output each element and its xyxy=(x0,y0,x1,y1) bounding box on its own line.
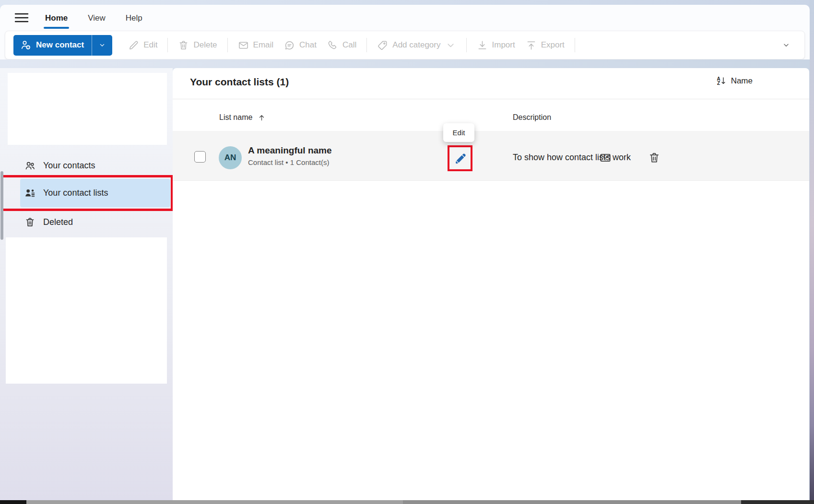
tab-home[interactable]: Home xyxy=(44,10,69,29)
column-label: List name xyxy=(219,113,252,122)
contact-list-row[interactable]: AN A meaningful name Contact list • 1 Co… xyxy=(173,131,809,181)
table-header-row: List name Description xyxy=(173,110,809,131)
command-toolbar: New contact Edit Delete xyxy=(5,31,805,59)
row-edit-button[interactable] xyxy=(454,152,467,165)
trash-icon xyxy=(178,40,189,51)
desktop-wallpaper-strip xyxy=(810,0,814,500)
avatar: AN xyxy=(219,146,242,169)
people-list-icon xyxy=(24,188,35,199)
delete-label: Delete xyxy=(193,40,217,50)
list-name: A meaningful name xyxy=(248,145,332,156)
tag-icon xyxy=(377,40,388,51)
chevron-down-icon xyxy=(782,41,790,49)
tooltip-label: Edit xyxy=(453,129,465,137)
nav-placeholder-panel-top xyxy=(8,73,167,145)
navigation-pane: Your contacts Your contact lists xyxy=(0,68,173,500)
chevron-down-icon xyxy=(98,41,106,49)
sidebar-item-label: Deleted xyxy=(43,217,73,227)
phone-icon xyxy=(327,40,338,51)
chat-button[interactable]: Chat xyxy=(279,35,322,56)
sort-az-icon: AZ xyxy=(717,76,725,86)
arrow-download-icon xyxy=(477,40,488,51)
sidebar-item-your-contacts[interactable]: Your contacts xyxy=(20,155,170,176)
sort-by-name-button[interactable]: AZ Name xyxy=(717,76,753,86)
chat-label: Chat xyxy=(299,40,317,50)
pencil-filled-icon xyxy=(454,152,467,165)
sort-ascending-arrow-icon xyxy=(258,114,265,121)
hamburger-icon[interactable] xyxy=(15,12,29,23)
taskbar-segment xyxy=(0,500,26,504)
nav-placeholder-panel-bottom xyxy=(6,237,167,384)
toolbar-divider xyxy=(366,38,367,52)
sidebar-item-deleted[interactable]: Deleted xyxy=(20,212,170,232)
people-icon xyxy=(24,160,35,171)
tab-help[interactable]: Help xyxy=(124,10,144,29)
trash-icon xyxy=(24,217,35,228)
new-contact-split-button: New contact xyxy=(13,35,112,56)
row-delete-button[interactable] xyxy=(648,152,661,164)
edit-button[interactable]: Edit xyxy=(123,35,163,56)
taskbar-strip xyxy=(0,500,814,504)
tab-view[interactable]: View xyxy=(86,10,107,29)
call-label: Call xyxy=(342,40,356,50)
toolbar-divider xyxy=(167,38,168,52)
contact-lists-panel: Your contact lists (1) AZ Name List name xyxy=(173,68,809,500)
toolbar-divider xyxy=(227,38,228,52)
edit-label: Edit xyxy=(143,40,157,50)
tab-view-label: View xyxy=(88,13,106,23)
active-tab-underline xyxy=(44,27,69,29)
import-button[interactable]: Import xyxy=(472,35,520,56)
tab-help-label: Help xyxy=(126,13,142,23)
list-meta: Contact list • 1 Contact(s) xyxy=(248,158,329,166)
sidebar-item-your-contact-lists[interactable]: Your contact lists xyxy=(20,179,170,207)
sidebar-item-label: Your contact lists xyxy=(43,188,108,198)
content-area: Your contacts Your contact lists xyxy=(0,68,810,500)
divider xyxy=(173,99,809,99)
column-header-list-name[interactable]: List name xyxy=(219,113,265,122)
list-description: To show how contact lists work xyxy=(513,152,631,163)
email-label: Email xyxy=(253,40,274,50)
delete-button[interactable]: Delete xyxy=(173,35,222,56)
chat-icon xyxy=(284,40,295,51)
row-checkbox[interactable] xyxy=(194,151,206,163)
trash-icon xyxy=(648,152,661,164)
nav-scrollbar-thumb[interactable] xyxy=(0,171,3,240)
toolbar-divider xyxy=(466,38,467,52)
page-title: Your contact lists (1) xyxy=(190,76,289,88)
people-app-window: Home View Help New contact xyxy=(0,5,810,500)
highlight-box-sidebar: Your contact lists xyxy=(1,175,173,211)
import-label: Import xyxy=(492,40,515,50)
taskbar-segment xyxy=(741,500,814,504)
column-header-description: Description xyxy=(513,113,551,122)
tab-home-label: Home xyxy=(45,13,68,23)
export-button[interactable]: Export xyxy=(520,35,570,56)
add-category-button[interactable]: Add category xyxy=(372,35,461,56)
sort-button-label: Name xyxy=(731,76,753,86)
window-background-strip xyxy=(0,59,810,68)
new-contact-label: New contact xyxy=(36,40,84,50)
email-button[interactable]: Email xyxy=(233,35,279,56)
taskbar-segment xyxy=(403,500,741,504)
ribbon-tabs: Home View Help xyxy=(44,10,144,29)
arrow-upload-icon xyxy=(526,40,537,51)
add-category-label: Add category xyxy=(392,40,440,50)
chevron-down-icon xyxy=(445,40,456,51)
sidebar-item-label: Your contacts xyxy=(43,161,95,171)
envelope-icon xyxy=(238,40,249,51)
person-add-icon xyxy=(20,39,32,51)
call-button[interactable]: Call xyxy=(322,35,362,56)
toolbar-overflow-button[interactable] xyxy=(778,36,795,54)
export-label: Export xyxy=(541,40,565,50)
edit-tooltip: Edit xyxy=(443,123,474,142)
pencil-icon xyxy=(128,40,139,51)
menu-bar: Home View Help xyxy=(0,5,810,31)
toolbar-divider xyxy=(575,38,575,52)
new-contact-button[interactable]: New contact xyxy=(13,35,92,56)
highlight-box-edit-action xyxy=(448,145,472,171)
taskbar-segment xyxy=(26,500,403,504)
new-contact-dropdown-chevron[interactable] xyxy=(92,35,112,56)
